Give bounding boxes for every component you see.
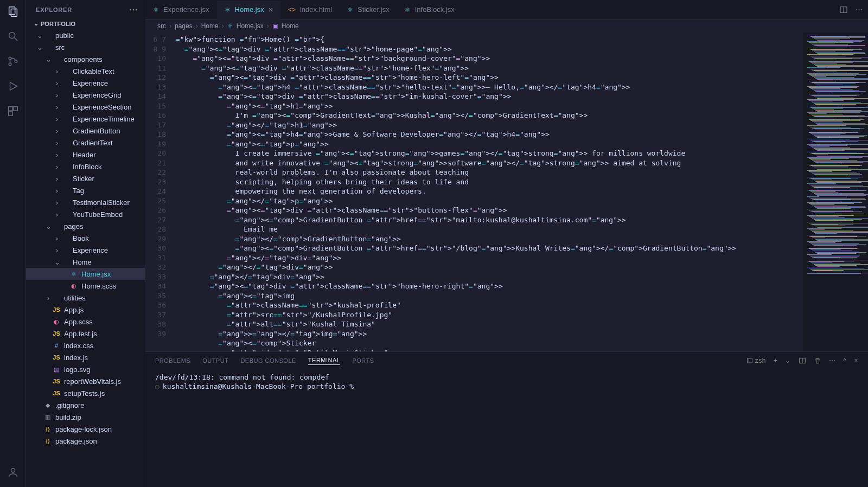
tree-item[interactable]: ›ClickableText [26, 65, 145, 77]
tree-item[interactable]: ⚛Home.jsx [26, 268, 145, 280]
split-terminal-icon[interactable] [799, 357, 806, 364]
tree-item[interactable]: ›YouTubeEmbed [26, 208, 145, 220]
tree-item[interactable]: ›TestimonialSticker [26, 196, 145, 208]
tree-item[interactable]: {}package-lock.json [26, 423, 145, 435]
code-editor[interactable]: ="kw">function ="fn">Home() ="br">{ ="an… [173, 33, 803, 351]
source-control-icon[interactable] [6, 54, 20, 68]
split-editor-icon[interactable] [839, 5, 848, 14]
tree-item[interactable]: ›GradientButton [26, 125, 145, 137]
tree-item[interactable]: ›Sticker [26, 172, 145, 184]
tree-item[interactable]: ⌄pages [26, 220, 145, 232]
tree-item[interactable]: ›Experience [26, 77, 145, 89]
tree-item[interactable]: JSsetupTests.js [26, 387, 145, 399]
tree-item[interactable]: ⌄public [26, 29, 145, 41]
terminal-shell-select[interactable]: zsh [746, 357, 766, 364]
tree-item[interactable]: ▨logo.svg [26, 363, 145, 375]
tree-item[interactable]: {}package.json [26, 435, 145, 447]
tab-sticker[interactable]: ⚛Sticker.jsx [340, 0, 397, 19]
tree-item[interactable]: ›ExperienceGrid [26, 89, 145, 101]
svg-rect-8 [8, 107, 12, 111]
tree-item[interactable]: ⌄src [26, 41, 145, 53]
svg-point-11 [11, 469, 15, 472]
tree-item[interactable]: ›InfoBlock [26, 161, 145, 172]
terminal-content[interactable]: /dev/fd/13:18: command not found: compde… [145, 369, 868, 487]
activity-bar [0, 0, 26, 487]
trash-icon[interactable] [814, 357, 821, 364]
tree-item[interactable]: ⌄Home [26, 256, 145, 268]
tree-item[interactable]: JSreportWebVitals.js [26, 375, 145, 387]
svg-point-2 [9, 33, 15, 39]
explorer-sidebar: EXPLORER ⋯ ⌄PORTFOLIO ⌄public⌄src⌄compon… [26, 0, 145, 487]
panel-tab-ports[interactable]: PORTS [352, 357, 374, 364]
explorer-title: EXPLORER [36, 7, 72, 13]
tab-home[interactable]: ⚛Home.jsx× [217, 1, 280, 20]
panel-tab-output[interactable]: OUTPUT [202, 357, 228, 364]
run-debug-icon[interactable] [6, 79, 20, 93]
tree-item[interactable]: JSindex.js [26, 351, 145, 363]
tree-item[interactable]: ›GradientText [26, 137, 145, 149]
tab-experience[interactable]: ⚛Experience.jsx [145, 0, 217, 19]
panel-close-icon[interactable]: × [854, 357, 858, 364]
tree-item[interactable]: ◆.gitignore [26, 399, 145, 411]
line-gutter: 6 7 8 9 10 11 12 13 14 15 16 17 18 19 20… [145, 33, 173, 351]
svg-rect-14 [747, 358, 752, 363]
terminal-line: ○kushaltimsina@Kushals-MacBook-Pro portf… [155, 382, 858, 391]
svg-marker-7 [10, 82, 17, 91]
project-title[interactable]: ⌄PORTFOLIO [26, 18, 145, 29]
svg-rect-0 [9, 7, 15, 15]
extensions-icon[interactable] [6, 104, 20, 118]
tree-item[interactable]: JSApp.test.js [26, 328, 145, 339]
svg-point-5 [9, 63, 11, 66]
editor-tabs: ⚛Experience.jsx ⚛Home.jsx× <>index.html … [145, 0, 868, 20]
bottom-panel: PROBLEMS OUTPUT DEBUG CONSOLE TERMINAL P… [145, 351, 868, 487]
tab-index-html[interactable]: <>index.html [280, 0, 340, 19]
svg-line-3 [14, 38, 17, 41]
tree-item[interactable]: ›Header [26, 149, 145, 161]
svg-rect-9 [13, 107, 17, 111]
svg-point-6 [15, 60, 17, 63]
tree-item[interactable]: #index.css [26, 339, 145, 351]
svg-rect-1 [11, 9, 17, 16]
terminal-line: /dev/fd/13:18: command not found: compde… [155, 373, 858, 382]
file-tree: ⌄public⌄src⌄components›ClickableText›Exp… [26, 29, 145, 487]
terminal-dropdown-icon[interactable]: ⌄ [785, 357, 791, 364]
panel-more-icon[interactable]: ⋯ [829, 357, 836, 364]
close-icon[interactable]: × [269, 5, 273, 14]
tree-item[interactable]: ›utilities [26, 292, 145, 304]
tree-item[interactable]: ›Book [26, 232, 145, 244]
tree-item[interactable]: ⌄components [26, 53, 145, 65]
tree-item[interactable]: ◐App.scss [26, 316, 145, 328]
explorer-more-icon[interactable]: ⋯ [129, 4, 138, 15]
panel-tab-debug[interactable]: DEBUG CONSOLE [240, 357, 296, 364]
minimap[interactable] [803, 33, 868, 351]
tab-infoblock[interactable]: ⚛InfoBlock.jsx [397, 0, 462, 19]
editor-area: ⚛Experience.jsx ⚛Home.jsx× <>index.html … [145, 0, 868, 487]
tree-item[interactable]: JSApp.js [26, 304, 145, 316]
search-icon[interactable] [6, 29, 20, 43]
tree-item[interactable]: ›Experience [26, 244, 145, 256]
svg-point-4 [9, 57, 11, 60]
new-terminal-icon[interactable]: + [774, 357, 778, 364]
explorer-icon[interactable] [6, 4, 20, 18]
tree-item[interactable]: ›Tag [26, 184, 145, 196]
tree-item[interactable]: ›ExperienceSection [26, 101, 145, 113]
svg-rect-10 [8, 112, 12, 116]
tree-item[interactable]: ◐Home.scss [26, 280, 145, 292]
tree-item[interactable]: ▥build.zip [26, 411, 145, 423]
account-icon[interactable] [6, 465, 20, 479]
panel-tab-terminal[interactable]: TERMINAL [308, 357, 341, 365]
tree-item[interactable]: ›ExperienceTimeline [26, 113, 145, 125]
breadcrumbs[interactable]: src› pages› Home› ⚛Home.jsx› ▣Home [145, 20, 868, 33]
more-actions-icon[interactable]: ⋯ [856, 5, 863, 14]
panel-maximize-icon[interactable]: ^ [843, 357, 846, 364]
panel-tab-problems[interactable]: PROBLEMS [155, 357, 190, 364]
